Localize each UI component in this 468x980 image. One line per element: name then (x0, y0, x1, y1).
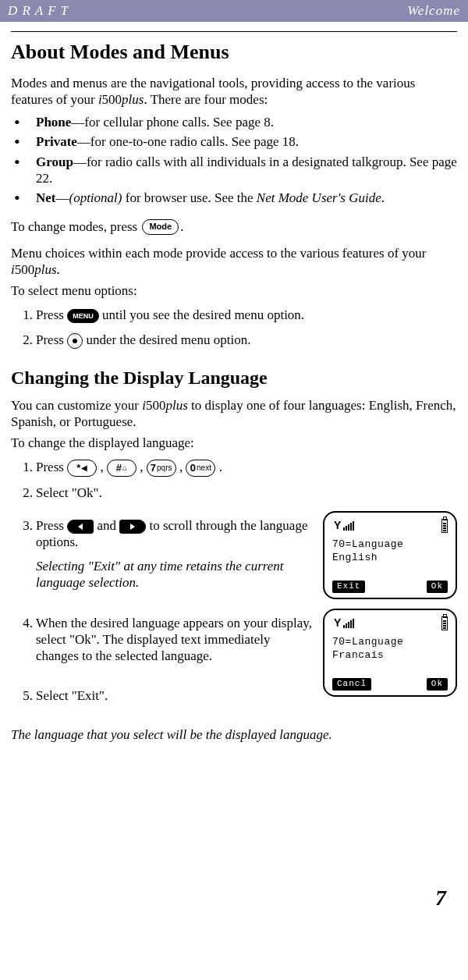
scroll-left-icon (67, 520, 94, 534)
text: Press (36, 460, 67, 474)
triangle-right-icon (130, 524, 135, 530)
text: You can customize your (11, 398, 142, 413)
mode-name: Group (36, 154, 73, 169)
step3-row: 3. Press and to scroll through the langu… (20, 510, 457, 599)
lang-step-1: 1. Press *◀ , #⌂ , 7pqrs , 0next . (20, 459, 457, 477)
text: Press (36, 518, 67, 533)
text: . (57, 262, 60, 277)
menu-choices-paragraph: Menu choices within each mode provide ac… (11, 245, 457, 279)
welcome-label: Welcome (407, 2, 460, 19)
seven-key-icon: 7pqrs (147, 460, 176, 477)
exit-note: Selecting "Exit" at any time retains the… (36, 558, 315, 591)
mode-desc: —for radio calls with all individuals in… (36, 154, 457, 186)
step-number: 1. (12, 459, 33, 475)
text: Select "Exit". (36, 688, 108, 703)
plus-italic: plus (34, 262, 56, 277)
header-rule (11, 31, 457, 32)
text: , (140, 460, 147, 474)
model-num: 500 (146, 398, 166, 413)
screen-line-1: 70=Language (332, 635, 448, 649)
lang-step-2: 2. Select "Ok". (20, 485, 457, 501)
lang-step-5: 5. Select "Exit". (20, 687, 315, 704)
key-main: 0 (190, 462, 196, 474)
signal-icon: Y (332, 616, 356, 629)
step-number: 5. (12, 687, 33, 704)
lang-step-4: 4. When the desired language appears on … (20, 615, 315, 665)
key-main: 7 (151, 462, 156, 474)
modes-list: Phone—for cellular phone calls. See page… (14, 114, 457, 206)
key-sub: ◀ (81, 463, 87, 474)
text: Select "Ok". (36, 485, 102, 500)
language-intro: You can customize your i500plus to displ… (11, 397, 457, 431)
intro-end: . There are four modes: (144, 92, 268, 107)
text: . (219, 460, 222, 474)
screen-line-2: Francais (332, 648, 448, 662)
mode-item-phone: Phone—for cellular phone calls. See page… (14, 114, 457, 130)
plus-italic: plus (165, 398, 187, 413)
softkey-ok: Ok (427, 678, 448, 691)
key-sub: ⌂ (122, 463, 127, 474)
key-main: # (116, 462, 122, 474)
triangle-left-icon (78, 524, 83, 530)
phone-screen-francais: Y 70=Language Francais Cancl Ok (323, 609, 457, 697)
step-1: 1. Press MENU until you see the desired … (20, 307, 457, 323)
zero-key-icon: 0next (186, 460, 215, 477)
key-main: * (76, 462, 80, 474)
text: When the desired language appears on you… (36, 616, 312, 664)
scroll-right-icon (119, 520, 146, 534)
draft-label: D R A F T (8, 2, 69, 19)
mode-desc-a: for browser use. See the (122, 190, 256, 205)
mode-item-group: Group—for radio calls with all individua… (14, 154, 457, 187)
signal-icon: Y (332, 519, 356, 531)
step-2: 2. Press under the desired menu option. (20, 332, 457, 349)
mode-desc: —for cellular phone calls. See page 8. (71, 115, 274, 130)
star-key-icon: *◀ (67, 460, 97, 477)
step-number: 3. (12, 517, 33, 534)
step-number: 2. (12, 332, 33, 348)
page-header: D R A F T Welcome (0, 0, 468, 22)
softkey-exit: Exit (332, 581, 365, 593)
step-number: 4. (12, 615, 33, 631)
step4-row: 4. When the desired language appears on … (20, 607, 457, 712)
mode-item-private: Private—for one-to-one radio calls. See … (14, 133, 457, 150)
net-guide-title: Net Mode User's Guide (257, 190, 381, 205)
period: . (381, 190, 385, 205)
screen-line-1: 70=Language (332, 538, 448, 552)
mode-button-icon: Mode (142, 219, 179, 235)
text: under the desired menu option. (86, 332, 250, 347)
battery-icon (441, 519, 448, 533)
section-title-language: Changing the Display Language (11, 366, 457, 389)
softkey-ok: Ok (427, 581, 448, 593)
text: and (97, 518, 119, 533)
mode-name: Phone (36, 115, 71, 130)
footer: 7 (11, 747, 457, 919)
text: Press (36, 332, 67, 347)
text: , (179, 460, 186, 474)
dot-button-icon (67, 333, 83, 349)
key-sub: pqrs (157, 463, 172, 474)
to-select-label: To select menu options: (11, 282, 457, 299)
to-change-label: To change the displayed language: (11, 435, 457, 451)
optional-label: (optional) (69, 190, 122, 205)
mode-item-net: Net—(optional) for browser use. See the … (14, 190, 457, 206)
hash-key-icon: #⌂ (107, 460, 136, 477)
key-sub: next (197, 463, 211, 474)
screen-line-2: English (332, 551, 448, 565)
mode-name: Private (36, 134, 77, 149)
plus-italic: plus (122, 92, 144, 107)
lang-step-3: 3. Press and to scroll through the langu… (20, 517, 315, 551)
page-content: About Modes and Menus Modes and menus ar… (0, 22, 468, 919)
phone-screen-english: Y 70=Language English Exit Ok (323, 511, 457, 599)
model-num: 500 (102, 92, 122, 107)
text: until you see the desired menu option. (102, 307, 304, 322)
section-title-modes: About Modes and Menus (11, 40, 457, 66)
select-steps: 1. Press MENU until you see the desired … (20, 307, 457, 348)
text: . (180, 218, 183, 235)
page-number: 7 (435, 884, 446, 911)
dash: — (55, 190, 69, 205)
menu-button-icon: MENU (67, 309, 99, 323)
step-number: 2. (12, 485, 33, 501)
battery-icon (441, 616, 448, 630)
text: , (100, 460, 107, 474)
change-modes-line: To change modes, press Mode . (11, 218, 457, 235)
